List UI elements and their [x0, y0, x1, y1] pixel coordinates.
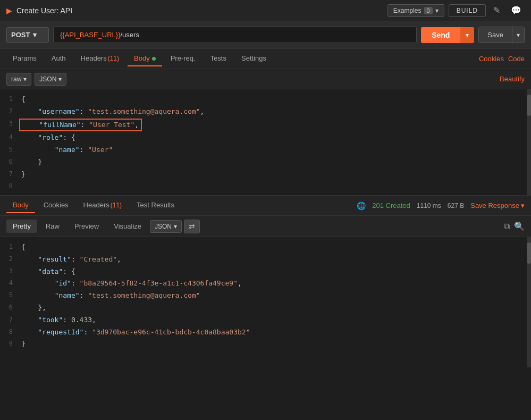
tab-body[interactable]: Body	[128, 51, 162, 66]
tab-headers[interactable]: Headers(11)	[74, 51, 125, 66]
format-tab-pretty[interactable]: Pretty	[6, 220, 37, 233]
line-content: "fullName": "User Test",	[21, 119, 531, 132]
examples-badge: 0	[424, 7, 433, 14]
line-content: }	[21, 169, 531, 180]
cookies-link[interactable]: Cookies	[479, 55, 504, 63]
request-line-8: 8	[0, 181, 531, 192]
tab-right-links: Cookies Code	[479, 55, 525, 63]
title-section: ▶ Create User: API	[6, 6, 72, 15]
line-content: {	[21, 94, 531, 105]
response-body-editor[interactable]: 1 { 2 "result": "Created", 3 "data": { 4…	[0, 237, 531, 367]
line-number: 6	[0, 303, 21, 313]
save-response-dropdown-icon: ▾	[521, 201, 525, 209]
raw-select[interactable]: raw ▾	[6, 73, 31, 86]
request-line-2: 2 "username": "test.something@aquera.com…	[0, 106, 531, 118]
line-number: 2	[0, 254, 21, 264]
line-number: 6	[0, 157, 21, 167]
title-bar: ▶ Create User: API Examples 0 ▾ BUILD ✎ …	[0, 0, 531, 21]
request-line-4: 4 "role": {	[0, 132, 531, 144]
line-content: "id": "b8a29564-5f82-4f3e-a1c1-c4306fa49…	[21, 278, 531, 289]
response-size: 627 B	[448, 202, 464, 209]
line-number: 7	[0, 169, 21, 179]
response-tab-cookies[interactable]: Cookies	[37, 198, 75, 213]
line-content: },	[21, 303, 531, 314]
line-content: {	[21, 242, 531, 253]
request-body-editor[interactable]: 1 { 2 "username": "test.something@aquera…	[0, 89, 531, 196]
method-dropdown-icon: ▾	[33, 31, 37, 39]
wrap-button[interactable]: ⇄	[184, 220, 200, 233]
send-button-group: Send ▾	[421, 27, 474, 43]
line-content: "name": "test.something@aquera.com"	[21, 290, 531, 301]
response-format-actions: ⧉ 🔍	[504, 221, 525, 231]
format-tab-preview[interactable]: Preview	[68, 220, 105, 233]
search-icon[interactable]: 🔍	[514, 221, 525, 231]
comment-icon[interactable]: 💬	[508, 3, 525, 18]
line-number: 5	[0, 145, 21, 155]
tab-settings[interactable]: Settings	[235, 51, 273, 66]
copy-icon[interactable]: ⧉	[504, 222, 510, 231]
edit-icon[interactable]: ✎	[490, 3, 503, 18]
line-content: "role": {	[21, 132, 531, 144]
body-format-bar: raw ▾ JSON ▾ Beautify	[0, 69, 531, 89]
line-content: "data": {	[21, 266, 531, 278]
line-number: 2	[0, 106, 21, 116]
json-dropdown-icon: ▾	[58, 75, 62, 83]
save-dropdown-button[interactable]: ▾	[512, 27, 524, 43]
send-dropdown-button[interactable]: ▾	[460, 27, 474, 43]
response-tab-bar: Body Cookies Headers(11) Test Results 🌐 …	[0, 196, 531, 216]
response-scroll-thumb[interactable]	[527, 242, 531, 264]
response-format-label: JSON	[155, 223, 172, 230]
response-tab-test-results[interactable]: Test Results	[130, 198, 181, 213]
line-number: 3	[0, 266, 21, 276]
method-select[interactable]: POST ▾	[6, 27, 49, 43]
raw-label: raw	[11, 75, 21, 83]
response-line-3: 3 "data": {	[0, 266, 531, 278]
response-time: 1110 ms	[417, 202, 441, 209]
request-line-5: 5 "name": "User"	[0, 144, 531, 156]
response-line-1: 1 {	[0, 241, 531, 254]
response-line-5: 5 "name": "test.something@aquera.com"	[0, 290, 531, 302]
tab-auth[interactable]: Auth	[45, 51, 72, 66]
response-format-bar: Pretty Raw Preview Visualize JSON ▾ ⇄ ⧉ …	[0, 216, 531, 237]
examples-dropdown-icon: ▾	[435, 7, 439, 14]
request-line-6: 6 }	[0, 156, 531, 169]
examples-button[interactable]: Examples 0 ▾	[387, 4, 444, 17]
response-status: 201 Created	[372, 201, 410, 209]
line-number: 7	[0, 315, 21, 325]
line-content: "name": "User"	[21, 145, 531, 156]
expand-arrow-icon[interactable]: ▶	[6, 6, 12, 15]
save-button[interactable]: Save	[479, 27, 512, 43]
response-tab-body[interactable]: Body	[6, 198, 35, 213]
response-line-2: 2 "result": "Created",	[0, 254, 531, 266]
response-line-8: 8 "requestId": "3d970bac-e96c-41cb-bdcb-…	[0, 326, 531, 339]
line-number: 9	[0, 339, 21, 349]
url-variable: {{API_BASE_URL}}	[60, 31, 120, 39]
scroll-thumb[interactable]	[527, 95, 531, 116]
scrollbar-right[interactable]	[527, 89, 531, 195]
format-tab-visualize[interactable]: Visualize	[107, 220, 148, 233]
code-link[interactable]: Code	[508, 55, 525, 63]
line-content: "result": "Created",	[21, 254, 531, 265]
send-button[interactable]: Send	[421, 27, 460, 43]
json-select[interactable]: JSON ▾	[35, 73, 66, 86]
line-number: 4	[0, 132, 21, 142]
tab-tests[interactable]: Tests	[204, 51, 233, 66]
title-actions: Examples 0 ▾ BUILD ✎ 💬	[387, 3, 525, 18]
beautify-button[interactable]: Beautify	[500, 75, 525, 83]
response-format-select[interactable]: JSON ▾	[150, 220, 182, 233]
url-input[interactable]: {{API_BASE_URL}}/users	[53, 27, 417, 43]
build-button[interactable]: BUILD	[449, 4, 486, 17]
line-content: }	[21, 157, 531, 168]
raw-dropdown-icon: ▾	[23, 75, 27, 83]
request-tab-bar: Params Auth Headers(11) Body Pre-req. Te…	[0, 49, 531, 69]
tab-prereq[interactable]: Pre-req.	[164, 51, 202, 66]
format-tab-raw[interactable]: Raw	[39, 220, 66, 233]
globe-icon: 🌐	[357, 201, 366, 210]
response-tab-headers[interactable]: Headers(11)	[77, 198, 128, 213]
examples-label: Examples	[393, 7, 422, 14]
line-number: 4	[0, 278, 21, 288]
response-scrollbar-right[interactable]	[527, 237, 531, 367]
line-number: 1	[0, 242, 21, 252]
save-response-button[interactable]: Save Response ▾	[470, 201, 525, 209]
tab-params[interactable]: Params	[6, 51, 43, 66]
